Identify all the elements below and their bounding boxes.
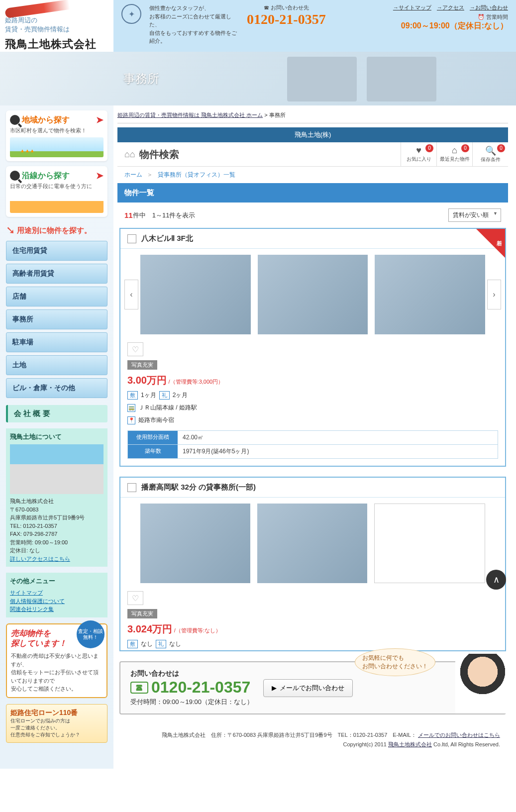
other-menu-item[interactable]: サイトマップ: [10, 590, 43, 596]
card-gallery: [120, 498, 505, 589]
mail-contact-button[interactable]: ▶ メールでお問い合わせ: [263, 679, 353, 697]
breadcrumb-global: 姫路周辺の賃貸・売買物件情報は 飛鳥土地株式会社 ホーム > 事務所: [117, 109, 508, 123]
contact-box: お気軽に何でも お問い合わせください！ お問い合わせは 🕿 0120-21-03…: [119, 661, 506, 714]
breadcrumb-app: ホーム ＞ 貸事務所（貸オフィス）一覧: [117, 167, 508, 183]
app-header: 飛鳥土地(株): [117, 127, 508, 142]
badge-icon: ✦: [121, 4, 141, 24]
other-menu-item[interactable]: 個人情報保護について: [10, 598, 65, 604]
about-tel: TEL: 0120-21-0357: [10, 522, 103, 530]
breadcrumb-current: 事務所: [269, 112, 286, 118]
property-title[interactable]: 播磨高岡駅 32分 の貸事務所(一部): [141, 483, 256, 492]
breadcrumb-home-link[interactable]: 姫路周辺の賃貸・売買物件情報は 飛鳥土地株式会社 ホーム: [117, 112, 263, 118]
contact-phone: 🕿 0120-21-0357: [130, 678, 253, 697]
result-meta: 11 件中 1～11件を表示 賃料が安い順: [117, 203, 508, 228]
loan-banner[interactable]: 姫路住宅ローン110番 住宅ローンでお悩みの方は 一度ご連絡ください。 任意売却…: [6, 704, 107, 743]
gallery-image[interactable]: [140, 504, 250, 583]
about-addr: 兵庫県姫路市辻井5丁目9番9号: [10, 513, 103, 522]
hours-label: ⏰ 営業時間: [389, 13, 508, 21]
about-zip: 〒670-0083: [10, 506, 103, 514]
fav-count: 0: [425, 144, 433, 152]
category-item[interactable]: ビル・倉庫・その他: [6, 378, 107, 398]
app-title: ⌂⌂ 物件検索: [117, 142, 401, 166]
contact-phone-number: 0120-21-0357: [151, 678, 250, 697]
saved-count: 0: [497, 144, 505, 152]
gallery-next-button[interactable]: ›: [487, 280, 501, 309]
search-area-title: 地域から探す: [22, 115, 70, 125]
arrow-icon: ➘: [6, 224, 15, 237]
sidebar: 地域から探す ➤ 市区町村を選んで物件を検索！ 沿線から探す ➤ 日常の交通手段…: [0, 105, 113, 769]
property-title[interactable]: 八木ビルⅡ 3F北: [141, 234, 193, 243]
recent-count: 0: [461, 144, 469, 152]
category-item[interactable]: 駐車場: [6, 332, 107, 352]
header-branding: 姫路周辺の 賃貸・売買物件情報は 飛鳥土地株式会社: [0, 0, 113, 52]
header-links: →サイトマップ →アクセス →お問い合わせ: [389, 4, 508, 11]
sort-select[interactable]: 賃料が安い順: [448, 208, 501, 222]
price: 3.024万円: [127, 623, 172, 634]
link-sitemap[interactable]: →サイトマップ: [393, 4, 431, 10]
gallery-image[interactable]: [375, 255, 485, 334]
favorite-button[interactable]: ♡: [127, 591, 143, 605]
tagline-1: 姫路周辺の: [5, 16, 108, 25]
header-message: 個性豊かなスタッフが、 お客様のニーズに合わせて厳選した、 自信をもっておすすめ…: [149, 4, 239, 45]
sell-badge: 査定・相談 無料！: [77, 620, 104, 648]
gallery-image[interactable]: [257, 504, 367, 583]
shiki-value: 1ヶ月: [141, 391, 156, 400]
spec-label: 築年数: [128, 445, 178, 458]
price: 3.00万円: [127, 375, 167, 386]
category-item[interactable]: 事務所: [6, 309, 107, 329]
category-item[interactable]: 店舗: [6, 287, 107, 306]
loan-body: 住宅ローンでお悩みの方は 一度ご連絡ください。 任意売却をご存知でしょうか？: [10, 717, 103, 738]
toolbar-saved[interactable]: 🔍 保存条件 0: [472, 142, 508, 166]
gallery-image[interactable]: [258, 255, 368, 334]
header-phone-block: ☎ お問い合わせ先 0120-21-0357: [247, 4, 326, 27]
gallery-image[interactable]: [374, 504, 485, 583]
link-access[interactable]: →アクセス: [437, 4, 464, 10]
spec-value: 42.00㎡: [178, 431, 208, 444]
toolbar-fav-label: お気に入り: [407, 156, 431, 162]
photo-tag: 写真充実: [127, 360, 157, 370]
phone-number: 0120-21-0357: [247, 11, 326, 27]
line-row: 🚃 ＪＲ山陽本線 / 姫路駅: [120, 402, 505, 414]
arrow-icon: ▶: [272, 684, 277, 692]
rei-label: 礼: [156, 640, 166, 648]
favorite-button[interactable]: ♡: [127, 342, 143, 356]
gallery-prev-button[interactable]: ‹: [124, 280, 138, 309]
sell-body: 不動産の売却は不安が多いと思いますが、 信頼をモットーにお手伝いさせて頂いており…: [11, 652, 103, 693]
price-sub: /（管理費等:3,000円）: [169, 379, 224, 385]
footer-copyright-pre: Copyright(c) 2011: [343, 741, 389, 747]
category-item[interactable]: 住宅用賃貸: [6, 241, 107, 261]
hero-decoration: [287, 57, 486, 102]
property-card: 八木ビルⅡ 3F北 ‹ › ♡ 写真充実 3.00万円 /（管理費等:3,000…: [119, 228, 506, 467]
property-checkbox[interactable]: [127, 483, 136, 492]
footer-company-link[interactable]: 飛鳥土地株式会社: [388, 741, 432, 747]
property-checkbox[interactable]: [127, 234, 136, 243]
toolbar-recent[interactable]: ⌂ 最近見た物件 0: [436, 142, 472, 166]
company-name[interactable]: 飛鳥土地株式会社: [5, 37, 108, 52]
footer-mail-link[interactable]: メールでのお問い合わせはこちら: [418, 732, 500, 738]
gallery-image[interactable]: [140, 255, 251, 334]
category-item[interactable]: 土地: [6, 355, 107, 375]
toolbar-favorites[interactable]: ♥ お気に入り 0: [401, 142, 436, 166]
card-header: 播磨高岡駅 32分 の貸事務所(一部): [120, 478, 505, 498]
shiki-label: 敷: [127, 640, 138, 648]
addr-row: 📍 姫路市南今宿: [120, 414, 505, 426]
pin-icon: 📍: [127, 416, 135, 424]
search-by-line[interactable]: 沿線から探す ➤ 日常の交通手段に電車を使う方に: [6, 166, 107, 217]
price-sub: /（管理費等:なし）: [174, 627, 221, 633]
category-list: 住宅用賃貸 高齢者用賃貸 店舗 事務所 駐車場 土地 ビル・倉庫・その他: [6, 241, 107, 398]
shiki-label: 敷: [127, 391, 138, 400]
link-contact[interactable]: →お問い合わせ: [470, 4, 508, 10]
category-heading: 用途別に物件を探す。: [17, 226, 92, 235]
breadcrumb-app-home[interactable]: ホーム: [124, 171, 142, 178]
search-icon: [10, 171, 20, 181]
toolbar-saved-label: 保存条件: [481, 157, 501, 162]
spec-label: 使用部分面積: [128, 431, 178, 444]
category-item[interactable]: 高齢者用賃貸: [6, 264, 107, 284]
company-overview-link[interactable]: 会 社 概 要: [6, 405, 107, 422]
other-menu-item[interactable]: 関連会社リンク集: [10, 606, 54, 612]
mail-btn-label: メールでお問い合わせ: [280, 684, 344, 693]
sell-banner[interactable]: 査定・相談 無料！ 売却物件を 探しています！ 不動産の売却は不安が多いと思いま…: [6, 623, 107, 698]
rei-value: なし: [169, 640, 181, 648]
about-access-link[interactable]: 詳しいアクセスはこちら: [10, 556, 70, 562]
search-by-area[interactable]: 地域から探す ➤ 市区町村を選んで物件を検索！: [6, 110, 107, 161]
